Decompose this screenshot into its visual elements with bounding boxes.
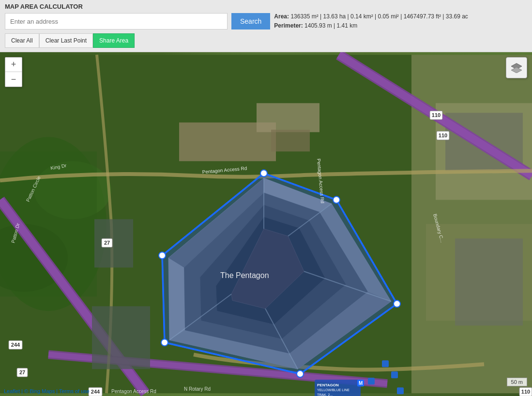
svg-text:Pentagon Access Rd: Pentagon Access Rd [111, 389, 156, 395]
perimeter-label: Perimeter: [274, 22, 303, 29]
svg-text:110: 110 [521, 389, 530, 395]
zoom-out-button[interactable]: − [5, 72, 22, 87]
svg-rect-52 [271, 130, 310, 152]
svg-point-32 [159, 252, 166, 259]
svg-rect-49 [94, 220, 133, 268]
svg-text:The Pentagon: The Pentagon [220, 272, 269, 280]
svg-text:110: 110 [439, 133, 447, 139]
layer-toggle-button[interactable] [506, 57, 527, 78]
leaflet-link[interactable]: Leaflet [4, 388, 20, 394]
search-input[interactable] [5, 13, 228, 29]
svg-text:244: 244 [11, 342, 20, 348]
clear-last-point-button[interactable]: Clear Last Point [39, 33, 93, 48]
svg-point-28 [333, 197, 340, 204]
map-container[interactable]: The Pentagon Pentagon Access Rd Pentagon… [0, 52, 532, 396]
map-svg: The Pentagon Pentagon Access Rd Pentagon… [0, 52, 532, 396]
toolbar-row: Clear All Clear Last Point Share Area [5, 33, 527, 52]
area-value: 136335 m² | 13.63 ha | 0.14 km² | 0.05 m… [290, 13, 468, 20]
svg-point-31 [161, 339, 168, 346]
svg-rect-67 [382, 361, 389, 367]
svg-point-29 [394, 301, 400, 308]
bing-maps-link[interactable]: © Bing Maps [24, 388, 55, 394]
svg-text:110: 110 [432, 113, 441, 118]
map-scale: 50 m [507, 378, 527, 386]
zoom-controls: + − [5, 57, 22, 87]
svg-rect-51 [257, 103, 319, 132]
clear-all-button[interactable]: Clear All [5, 33, 39, 48]
svg-text:YELLOW/BLUE LINE: YELLOW/BLUE LINE [317, 389, 350, 392]
page-title: MAP AREA CALCULATOR [5, 3, 527, 12]
search-button[interactable]: Search [231, 13, 270, 29]
svg-rect-70 [397, 388, 404, 395]
terms-link[interactable]: Terms of use [59, 388, 90, 394]
svg-text:27: 27 [104, 240, 110, 246]
header: MAP AREA CALCULATOR Search Area: 136335 … [0, 0, 532, 52]
svg-text:M: M [359, 381, 363, 386]
perimeter-value: 1405.93 m | 1.41 km [304, 22, 357, 29]
zoom-in-button[interactable]: + [5, 58, 22, 72]
svg-rect-9 [455, 239, 523, 326]
search-row: Search Area: 136335 m² | 13.63 ha | 0.14… [5, 12, 527, 33]
svg-rect-48 [92, 307, 150, 369]
svg-rect-68 [391, 372, 398, 379]
svg-marker-73 [511, 67, 522, 73]
svg-text:244: 244 [91, 389, 100, 395]
area-info: Area: 136335 m² | 13.63 ha | 0.14 km² | … [274, 12, 468, 30]
svg-rect-69 [368, 378, 375, 385]
footer-links: Leaflet | © Bing Maps | Terms of use [4, 388, 90, 394]
svg-text:27: 27 [19, 370, 25, 376]
svg-point-27 [260, 170, 267, 177]
svg-point-30 [297, 371, 304, 378]
svg-text:N Rotary Rd: N Rotary Rd [184, 387, 211, 392]
svg-text:PENTAGON: PENTAGON [317, 383, 339, 388]
share-area-button[interactable]: Share Area [93, 33, 135, 48]
app: MAP AREA CALCULATOR Search Area: 136335 … [0, 0, 532, 396]
svg-text:TRAK. 2...: TRAK. 2... [317, 394, 333, 396]
area-label: Area: [274, 13, 289, 20]
